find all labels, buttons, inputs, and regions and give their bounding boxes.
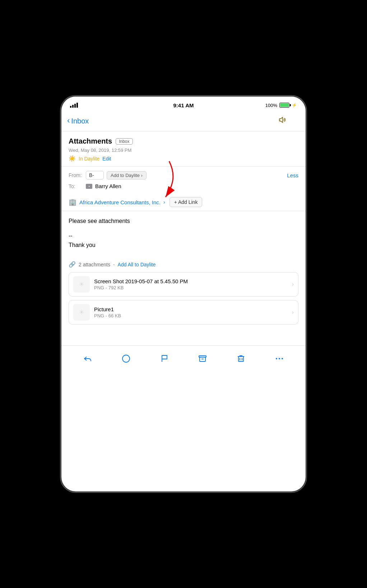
signal-bar-3 (74, 104, 76, 108)
email-signature: -- Thank you (69, 231, 298, 249)
email-subject: Attachments (69, 137, 112, 145)
attachment-chevron-1: › (292, 281, 294, 288)
add-to-daylite-button[interactable]: Add to Daylite › (107, 171, 147, 179)
signal-indicator (70, 103, 78, 108)
svg-point-18 (282, 358, 283, 359)
signature-dash: -- (69, 231, 298, 241)
linked-section: 🏢 Africa Adventure Consultants, Inc. › +… (61, 193, 306, 211)
email-date: Wed, May 08, 2019, 12:59 PM (69, 148, 298, 153)
attachment-info-1: Screen Shot 2019-05-07 at 5.45.50 PM PNG… (94, 278, 288, 290)
attachment-name-2: Picture1 (94, 306, 288, 312)
to-row: To: ▪ Barry Allen (69, 183, 298, 189)
add-link-button[interactable]: + Add Link (169, 197, 203, 207)
inbox-badge: Inbox (116, 138, 133, 145)
status-bar: 9:41 AM 100% ⚡ (61, 97, 306, 112)
sun-placeholder-icon-1: ☀ (79, 280, 84, 288)
battery-shell (279, 103, 289, 108)
to-label: To: (69, 183, 83, 189)
signal-bar-4 (76, 103, 78, 108)
building-icon: 🏢 (69, 198, 76, 206)
contact-icon: ▪ (86, 184, 92, 189)
to-name: Barry Allen (95, 183, 121, 189)
signature-text: Thank you (69, 241, 298, 250)
company-chevron-icon: › (163, 199, 165, 205)
signal-bar-2 (72, 105, 74, 108)
from-field: B- Add to Daylite › (86, 171, 284, 179)
more-button[interactable] (271, 351, 287, 367)
attachment-thumb-2: ☀ (73, 304, 90, 321)
battery-fill (280, 103, 289, 107)
back-chevron-icon: ‹ (67, 116, 70, 125)
add-all-button[interactable]: Add All to Daylite (118, 262, 156, 267)
daylite-row: ☀️ In Daylite Edit (69, 155, 298, 162)
bottom-toolbar (61, 345, 306, 372)
status-time: 9:41 AM (173, 102, 194, 108)
signal-bar-1 (70, 106, 71, 108)
paperclip-icon: 🔗 (69, 261, 76, 268)
from-row: From: B- Add to Daylite › Less (69, 171, 298, 179)
battery-icon (279, 103, 289, 108)
svg-point-7 (122, 355, 130, 362)
compose-button[interactable] (118, 351, 134, 367)
add-to-daylite-label: Add to Daylite › (111, 173, 143, 178)
from-label: From: (69, 172, 83, 178)
attachment-info-2: Picture1 PNG - 66 KB (94, 306, 288, 318)
attachment-chevron-2: › (292, 309, 294, 316)
from-value: B- (86, 171, 104, 179)
svg-point-16 (276, 358, 277, 359)
attachments-section: 🔗 2 attachments - Add All to Daylite ☀ S… (61, 255, 306, 331)
battery-percent: 100% (265, 103, 277, 108)
attachment-item-2[interactable]: ☀ Picture1 PNG - 66 KB › (69, 300, 298, 325)
email-meta: From: B- Add to Daylite › Less To: ▪ Bar… (61, 167, 306, 193)
svg-point-17 (279, 358, 280, 359)
lightning-icon: ⚡ (292, 103, 297, 108)
svg-rect-13 (238, 356, 243, 361)
nav-bar: ‹ Inbox (61, 112, 306, 131)
back-label: Inbox (71, 117, 89, 125)
in-daylite-label: In Daylite (79, 156, 99, 162)
attachment-thumb-1: ☀ (73, 276, 90, 293)
back-button[interactable]: ‹ Inbox (67, 117, 89, 125)
nav-right-icons (278, 115, 300, 127)
subject-row: Attachments Inbox (69, 137, 298, 145)
attachment-name-1: Screen Shot 2019-05-07 at 5.45.50 PM (94, 278, 288, 284)
flag-button[interactable] (157, 351, 172, 367)
body-text: Please see attachments (69, 217, 298, 225)
archive-button[interactable] (195, 351, 210, 367)
edit-button[interactable]: Edit (102, 156, 111, 162)
device-frame: 9:41 AM 100% ⚡ ‹ Inbox (61, 97, 306, 491)
less-button[interactable]: Less (287, 172, 298, 178)
attachment-meta-1: PNG - 792 KB (94, 285, 288, 290)
attachment-meta-2: PNG - 66 KB (94, 313, 288, 318)
svg-rect-10 (200, 357, 205, 361)
email-body: Please see attachments -- Thank you (61, 211, 306, 255)
company-name: Africa Adventure Consultants, Inc. (79, 199, 161, 205)
sun-placeholder-icon-2: ☀ (79, 308, 84, 316)
separator: - (113, 262, 115, 267)
linked-section-wrapper: 🏢 Africa Adventure Consultants, Inc. › +… (61, 193, 306, 211)
status-right: 100% ⚡ (265, 103, 297, 108)
trash-button[interactable] (233, 351, 249, 367)
sun-icon: ☀️ (69, 155, 76, 162)
announce-button[interactable] (278, 115, 287, 127)
email-header: Attachments Inbox Wed, May 08, 2019, 12:… (61, 131, 306, 166)
company-link[interactable]: 🏢 Africa Adventure Consultants, Inc. › (69, 198, 165, 206)
attachments-header: 🔗 2 attachments - Add All to Daylite (69, 261, 298, 268)
reply-button[interactable] (80, 351, 96, 367)
attachment-item-1[interactable]: ☀ Screen Shot 2019-05-07 at 5.45.50 PM P… (69, 272, 298, 297)
attachments-count: 2 attachments (79, 262, 110, 267)
